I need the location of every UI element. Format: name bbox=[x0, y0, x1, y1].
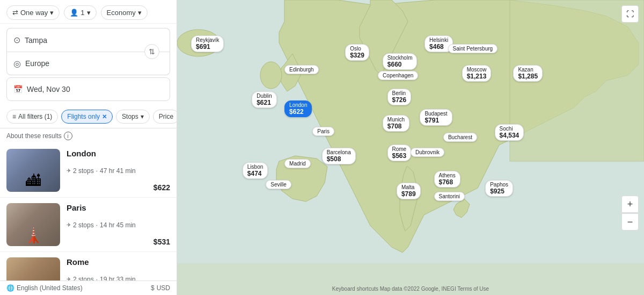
city-pin-santorini[interactable]: Santorini bbox=[434, 192, 465, 201]
city-pin-price-sochi: $4,534 bbox=[500, 132, 519, 139]
bottom-bar: 🌐 English (United States) $ USD bbox=[0, 280, 177, 295]
flights-only-label: Flights only bbox=[67, 113, 100, 120]
city-pin-rome[interactable]: Rome$563 bbox=[387, 145, 412, 161]
city-pin-name-paris: Paris bbox=[317, 128, 330, 134]
top-controls: ⇄ One way ▾ 👤 1 ▾ Economy ▾ bbox=[0, 0, 177, 24]
passengers-button[interactable]: 👤 1 ▾ bbox=[64, 5, 96, 20]
city-pin-name-saintpetersburg: Saint Petersburg bbox=[453, 46, 493, 52]
city-pin-name-bucharest: Bucharest bbox=[448, 134, 472, 140]
city-pin-lisbon[interactable]: Lisbon$474 bbox=[243, 162, 268, 179]
city-pin-saintpetersburg[interactable]: Saint Petersburg bbox=[448, 44, 498, 53]
city-pin-name-stockholm: Stockholm bbox=[387, 55, 413, 61]
paris-city-name: Paris bbox=[67, 203, 170, 212]
price-label: Price bbox=[159, 113, 173, 120]
date-value: Wed, Nov 30 bbox=[27, 85, 70, 93]
city-pin-name-athens: Athens bbox=[439, 172, 456, 178]
left-panel: ⇄ One way ▾ 👤 1 ▾ Economy ▾ ⊙ ◎ ⇅ bbox=[0, 0, 177, 295]
language-button[interactable]: 🌐 English (United States) bbox=[6, 284, 83, 292]
city-pin-london[interactable]: London$622 bbox=[284, 100, 312, 117]
rome-city-name: Rome bbox=[67, 257, 170, 267]
city-pins-container: Reykjavík$691Oslo$329Stockholm$660Helsin… bbox=[177, 0, 644, 295]
to-input[interactable] bbox=[25, 59, 163, 68]
city-pin-name-berlin: Berlin bbox=[392, 90, 407, 96]
city-pin-malta[interactable]: Malta$789 bbox=[397, 183, 421, 199]
trip-type-button[interactable]: ⇄ One way ▾ bbox=[6, 5, 60, 20]
city-pin-price-budapest: $791 bbox=[425, 117, 439, 124]
result-card-london[interactable]: 🏙 London ✈ 2 stops · 47 hr 41 min $622 bbox=[0, 143, 177, 198]
city-pin-reykjavik[interactable]: Reykjavík$691 bbox=[191, 35, 224, 52]
info-icon[interactable]: i bbox=[64, 132, 72, 140]
city-pin-seville[interactable]: Seville bbox=[266, 180, 291, 189]
paris-stops: 2 stops bbox=[73, 221, 94, 229]
city-pin-name-seville: Seville bbox=[270, 182, 286, 188]
calendar-icon: 📅 bbox=[13, 85, 23, 93]
all-filters-button[interactable]: ≡ All filters (1) bbox=[6, 110, 58, 124]
city-pin-bucharest[interactable]: Bucharest bbox=[443, 133, 477, 142]
search-fields: ⊙ ◎ ⇅ 📅 Wed, Nov 30 bbox=[0, 24, 177, 105]
date-row[interactable]: 📅 Wed, Nov 30 bbox=[6, 77, 170, 101]
city-pin-name-paphos: Paphos bbox=[490, 182, 508, 188]
stops-chevron-icon: ▾ bbox=[141, 113, 144, 120]
city-pin-name-copenhagen: Copenhagen bbox=[383, 73, 413, 78]
zoom-in-button[interactable]: + bbox=[621, 196, 639, 213]
city-pin-price-barcelona: $508 bbox=[327, 155, 341, 163]
flights-only-close-icon[interactable]: ✕ bbox=[102, 113, 107, 120]
currency-label: USD bbox=[157, 284, 170, 292]
price-button[interactable]: Price bbox=[153, 110, 177, 124]
city-pin-sochi[interactable]: Sochi$4,534 bbox=[495, 124, 524, 141]
city-pin-copenhagen[interactable]: Copenhagen bbox=[378, 71, 418, 80]
cabin-button[interactable]: Economy ▾ bbox=[101, 5, 148, 20]
about-results-text: About these results bbox=[6, 132, 62, 140]
city-pin-barcelona[interactable]: Barcelona$508 bbox=[322, 148, 356, 164]
rome-airline-icon: ✈ bbox=[67, 276, 71, 280]
from-input[interactable] bbox=[25, 36, 163, 45]
rome-duration: 19 hr 33 min bbox=[100, 276, 136, 281]
city-pin-price-munich: $708 bbox=[387, 123, 402, 130]
city-pin-name-budapest: Budapest bbox=[425, 111, 447, 117]
swap-button[interactable]: ⇅ bbox=[144, 44, 159, 59]
city-pin-athens[interactable]: Athens$768 bbox=[434, 171, 460, 188]
result-card-paris[interactable]: 🗼 Paris ✈ 2 stops · 14 hr 45 min $531 bbox=[0, 198, 177, 252]
city-pin-price-stockholm: $660 bbox=[387, 61, 402, 68]
currency-button[interactable]: $ USD bbox=[151, 284, 170, 292]
trip-type-chevron-icon: ▾ bbox=[50, 9, 54, 17]
city-pin-paphos[interactable]: Paphos$925 bbox=[485, 180, 513, 197]
rome-airline-row: ✈ 2 stops · 19 hr 33 min bbox=[67, 276, 170, 281]
paris-airline-icon: ✈ bbox=[67, 222, 71, 228]
city-pin-budapest[interactable]: Budapest$791 bbox=[420, 109, 452, 126]
paris-airline-row: ✈ 2 stops · 14 hr 45 min bbox=[67, 221, 170, 229]
currency-icon: $ bbox=[151, 284, 155, 292]
rome-stops: 2 stops bbox=[73, 276, 94, 281]
city-pin-edinburgh[interactable]: Edinburgh bbox=[284, 65, 319, 74]
zoom-out-button[interactable]: − bbox=[621, 213, 639, 231]
city-pin-oslo[interactable]: Oslo$329 bbox=[345, 44, 369, 61]
city-pin-kazan[interactable]: Kazan$1,285 bbox=[513, 65, 543, 82]
cabin-label: Economy bbox=[107, 9, 136, 17]
paris-duration: 14 hr 45 min bbox=[100, 221, 136, 229]
city-pin-madrid[interactable]: Madrid bbox=[284, 159, 311, 168]
city-pin-moscow[interactable]: Moscow$1,213 bbox=[462, 65, 492, 82]
result-card-rome[interactable]: 🏛 Rome ✈ 2 stops · 19 hr 33 min $563 bbox=[0, 252, 177, 280]
city-pin-price-lisbon: $474 bbox=[247, 170, 262, 177]
city-pin-stockholm[interactable]: Stockholm$660 bbox=[383, 53, 418, 70]
passengers-label: 1 bbox=[80, 9, 84, 17]
city-pin-dublin[interactable]: Dublin$621 bbox=[252, 91, 276, 108]
london-dot: · bbox=[96, 167, 98, 175]
city-pin-dubrovnik[interactable]: Dubrovnik bbox=[411, 148, 444, 157]
city-pin-name-rome: Rome bbox=[392, 146, 407, 152]
stops-button[interactable]: Stops ▾ bbox=[116, 110, 150, 124]
london-stops: 2 stops bbox=[73, 167, 94, 175]
stops-label: Stops bbox=[122, 113, 138, 120]
city-pin-price-paphos: $925 bbox=[490, 188, 504, 195]
map-expand-button[interactable]: ⛶ bbox=[621, 5, 639, 23]
trip-type-arrow-icon: ⇄ bbox=[12, 9, 18, 17]
city-pin-munich[interactable]: Munich$708 bbox=[383, 115, 409, 132]
city-pin-price-dublin: $621 bbox=[257, 99, 271, 106]
city-pin-price-athens: $768 bbox=[439, 178, 453, 186]
city-pin-berlin[interactable]: Berlin$726 bbox=[387, 89, 412, 105]
london-skyline-icon: 🏙 bbox=[26, 172, 41, 190]
flights-only-button[interactable]: Flights only ✕ bbox=[61, 110, 113, 124]
city-pin-paris[interactable]: Paris bbox=[312, 127, 334, 136]
pax-chevron-icon: ▾ bbox=[87, 9, 91, 17]
trip-type-label: One way bbox=[20, 9, 48, 17]
